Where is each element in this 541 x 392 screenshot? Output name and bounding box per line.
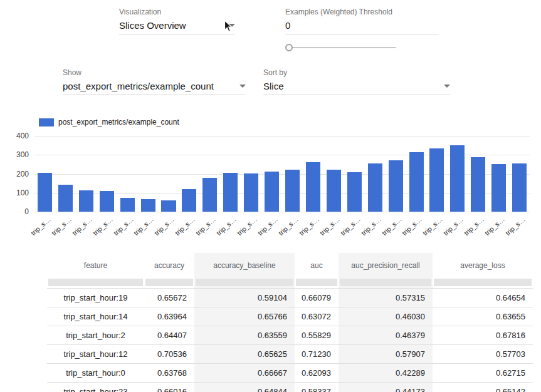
x-tick: trip_s… <box>220 214 241 242</box>
table-row[interactable]: trip_start_hour:00.637680.666670.620930.… <box>47 363 533 382</box>
bar-rect[interactable] <box>347 172 362 212</box>
bar[interactable] <box>488 136 509 212</box>
metric-select[interactable]: post_export_metrics/example_count <box>63 78 246 95</box>
bar[interactable] <box>55 136 76 212</box>
column-header[interactable]: auc_precision_recall <box>339 253 433 278</box>
column-header[interactable]: average_loss <box>433 253 533 278</box>
bar[interactable] <box>34 136 55 212</box>
y-tick-label: 200 <box>16 170 29 178</box>
table-cell: 0.65142 <box>433 383 533 392</box>
bar[interactable] <box>199 136 220 212</box>
bar-rect[interactable] <box>223 173 238 212</box>
bar[interactable] <box>344 136 365 212</box>
threshold-slider[interactable] <box>285 43 396 53</box>
column-header[interactable]: accuracy_baseline <box>194 253 295 278</box>
bar-rect[interactable] <box>244 173 258 212</box>
show-label: Show <box>63 68 81 77</box>
bar-rect[interactable] <box>450 145 465 212</box>
bar[interactable] <box>365 136 386 212</box>
table-row[interactable]: trip_start_hour:140.639640.657660.630720… <box>47 307 533 326</box>
bar[interactable] <box>97 136 117 212</box>
table-cell: trip_start_hour:2 <box>47 326 144 344</box>
table-cell: 0.65672 <box>144 289 194 307</box>
table-cell: 0.42289 <box>339 364 433 382</box>
bar[interactable] <box>159 136 179 212</box>
bar-rect[interactable] <box>38 173 52 212</box>
column-header[interactable]: auc <box>295 253 339 278</box>
bar-rect[interactable] <box>58 185 73 212</box>
sort-by-label: Sort by <box>263 68 287 77</box>
tfma-slices-overview: Visualization Slices Overview Examples (… <box>0 0 541 392</box>
table-cell: 0.65625 <box>194 345 295 363</box>
bar[interactable] <box>138 136 159 212</box>
column-filter-input[interactable] <box>340 279 431 286</box>
column-filter-input[interactable] <box>196 279 293 286</box>
bar[interactable] <box>179 136 199 212</box>
table-row[interactable]: trip_start_hour:20.644070.635590.558290.… <box>47 326 533 344</box>
bar[interactable] <box>447 136 468 212</box>
table-cell: 0.62093 <box>295 364 339 382</box>
bar[interactable] <box>323 136 344 212</box>
bar-rect[interactable] <box>161 200 176 212</box>
column-filter-input[interactable] <box>434 279 532 286</box>
column-filter-input[interactable] <box>145 279 193 286</box>
chevron-down-icon <box>444 85 450 88</box>
column-header[interactable]: accuracy <box>144 253 194 278</box>
bar-rect[interactable] <box>327 170 341 212</box>
bar-rect[interactable] <box>202 178 217 212</box>
bar-rect[interactable] <box>182 189 196 212</box>
bar-rect[interactable] <box>141 199 155 212</box>
bar-rect[interactable] <box>100 191 114 212</box>
bar-rect[interactable] <box>285 170 300 212</box>
column-header[interactable]: feature <box>47 253 144 278</box>
x-tick: trip_s… <box>427 214 448 242</box>
visualization-select-value: Slices Overview <box>119 20 186 31</box>
bar-rect[interactable] <box>306 162 320 212</box>
bar[interactable] <box>220 136 241 212</box>
bar-rect[interactable] <box>471 157 485 212</box>
column-filter-input[interactable] <box>296 279 337 286</box>
bar-rect[interactable] <box>409 152 424 212</box>
bar[interactable] <box>386 136 406 212</box>
bar-rect[interactable] <box>265 172 279 212</box>
table-header-row: featureaccuracyaccuracy_baselineaucauc_p… <box>47 253 533 278</box>
bar[interactable] <box>427 136 448 212</box>
slider-thumb[interactable] <box>285 44 293 51</box>
threshold-input[interactable]: 0 <box>285 18 439 34</box>
visualization-select[interactable]: Slices Overview <box>119 18 235 34</box>
bar[interactable] <box>509 136 530 212</box>
bar-rect[interactable] <box>512 163 527 212</box>
bar-rect[interactable] <box>79 190 93 212</box>
table-cell: 0.67816 <box>433 326 533 344</box>
bar-rect[interactable] <box>491 164 506 212</box>
bar[interactable] <box>241 136 261 212</box>
bar[interactable] <box>261 136 282 212</box>
sort-by-select[interactable]: Slice <box>263 78 450 95</box>
table-row[interactable]: trip_start_hour:230.660160.648440.583370… <box>47 382 533 392</box>
bar-rect[interactable] <box>389 160 403 212</box>
column-filter-input[interactable] <box>48 279 143 286</box>
y-tick-label: 400 <box>16 132 29 140</box>
x-tick: trip_s… <box>179 214 199 242</box>
visualization-label: Visualization <box>119 8 161 16</box>
x-tick: trip_s… <box>365 214 386 242</box>
table-cell: 0.55829 <box>295 326 339 344</box>
bar[interactable] <box>303 136 323 212</box>
bar[interactable] <box>468 136 488 212</box>
table-row[interactable]: trip_start_hour:190.656720.591040.660790… <box>47 288 533 307</box>
x-tick: trip_s… <box>282 214 303 242</box>
table-row[interactable]: trip_start_hour:120.705360.656250.712300… <box>47 344 533 363</box>
bar[interactable] <box>406 136 427 212</box>
bar-rect[interactable] <box>429 148 444 212</box>
table-cell: 0.65766 <box>194 307 295 326</box>
bar[interactable] <box>282 136 303 212</box>
x-tick: trip_s… <box>261 214 282 242</box>
y-tick-label: 100 <box>16 188 29 197</box>
bar-rect[interactable] <box>368 163 382 212</box>
bar[interactable] <box>117 136 138 212</box>
table-cell: trip_start_hour:23 <box>47 383 144 392</box>
bar-rect[interactable] <box>120 198 135 212</box>
x-tick: trip_s… <box>97 214 117 242</box>
x-tick: trip_s… <box>303 214 323 242</box>
bar[interactable] <box>76 136 97 212</box>
